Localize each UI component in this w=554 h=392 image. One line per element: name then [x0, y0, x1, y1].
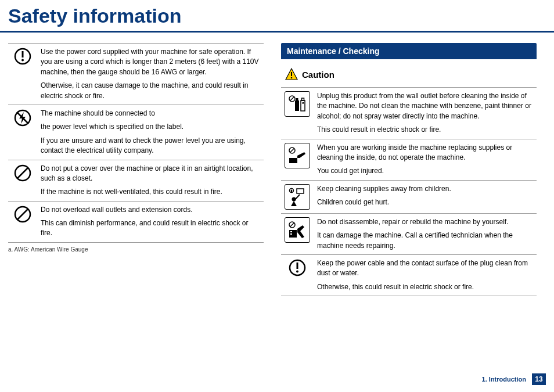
safety-text: the power level which is specified on th… — [41, 122, 260, 132]
table-row: Do not put a cover over the machine or p… — [8, 160, 264, 201]
svg-rect-21 — [289, 158, 297, 163]
svg-line-8 — [17, 209, 28, 220]
footnote: a. AWG: American Wire Gauge — [8, 246, 264, 253]
left-column: Use the power cord supplied with your ma… — [8, 43, 264, 296]
safety-text: Do not disassemble, repair or rebuild th… — [317, 217, 533, 227]
safety-text: When you are working inside the machine … — [317, 143, 533, 163]
safety-text: This could result in electric shock or f… — [317, 125, 533, 135]
no-icon — [12, 205, 34, 224]
left-safety-table: Use the power cord supplied with your ma… — [8, 43, 264, 243]
child-icon — [285, 184, 310, 210]
table-row: Keep the power cable and the contact sur… — [281, 254, 537, 296]
chapter-label: 1. Introduction — [482, 376, 526, 383]
svg-line-20 — [290, 148, 294, 152]
safety-text: It can damage the machine. Call a certif… — [317, 231, 533, 251]
svg-line-6 — [17, 168, 28, 178]
svg-point-2 — [21, 59, 24, 62]
svg-point-24 — [291, 191, 292, 192]
page-number: 13 — [532, 373, 546, 385]
bolt-no-icon — [12, 109, 34, 127]
svg-line-12 — [290, 97, 294, 101]
svg-point-34 — [296, 270, 298, 272]
caution-heading: Caution — [285, 67, 537, 81]
right-safety-table: Unplug this product from the wall outlet… — [281, 87, 537, 296]
table-row: The machine should be connected to the p… — [8, 105, 264, 160]
caution-label: Caution — [302, 70, 334, 80]
exclaim-circle-icon — [285, 258, 310, 277]
svg-point-10 — [291, 77, 293, 79]
svg-rect-31 — [290, 233, 292, 235]
svg-rect-13 — [295, 100, 299, 111]
safety-text: Do not put a cover over the machine or p… — [41, 164, 260, 184]
page-footer: 1. Introduction 13 — [482, 373, 546, 385]
safety-text: Otherwise, it can cause damage to the ma… — [41, 81, 260, 101]
table-row: Use the power cord supplied with your ma… — [8, 44, 264, 105]
bottles-icon — [285, 91, 310, 117]
safety-text: Do not overload wall outlets and extensi… — [41, 205, 260, 215]
hand-no-icon — [285, 143, 310, 168]
table-row: Do not disassemble, repair or rebuild th… — [281, 213, 537, 254]
no-icon — [12, 164, 34, 182]
safety-text: This can diminish performance, and could… — [41, 218, 260, 239]
svg-rect-1 — [22, 51, 24, 57]
svg-rect-16 — [302, 98, 304, 100]
svg-rect-9 — [291, 72, 292, 76]
exclaim-circle-icon — [12, 47, 34, 66]
table-row: Keep cleaning supplies away from childre… — [281, 180, 537, 213]
safety-text: You could get injured. — [317, 166, 533, 176]
safety-text: Unplug this product from the wall outlet… — [317, 91, 533, 121]
page-title: Safety information — [0, 0, 554, 33]
svg-rect-15 — [301, 100, 305, 111]
warning-triangle-icon — [285, 67, 298, 81]
safety-text: If you are unsure and want to check the … — [41, 136, 260, 156]
svg-rect-30 — [290, 231, 292, 232]
section-header: Maintenance / Checking — [281, 43, 537, 59]
safety-text: Keep the power cable and the contact sur… — [317, 258, 533, 279]
table-row: Do not overload wall outlets and extensi… — [8, 201, 264, 242]
svg-rect-14 — [296, 98, 298, 100]
right-column: Maintenance / Checking Caution — [281, 43, 537, 296]
safety-text: Otherwise, this could result in electric… — [317, 282, 533, 292]
svg-rect-33 — [297, 262, 298, 269]
table-row: When you are working inside the machine … — [281, 139, 537, 180]
svg-rect-29 — [289, 230, 297, 238]
tool-no-icon — [285, 217, 310, 243]
safety-text: Use the power cord supplied with your ma… — [41, 47, 260, 77]
svg-line-28 — [290, 222, 294, 226]
safety-text: Keep cleaning supplies away from childre… — [317, 184, 533, 194]
safety-text: Children could get hurt. — [317, 197, 533, 207]
safety-text: If the machine is not well-ventilated, t… — [41, 187, 260, 197]
svg-rect-25 — [297, 189, 304, 193]
safety-text: The machine should be connected to — [41, 109, 260, 118]
table-row: Unplug this product from the wall outlet… — [281, 88, 537, 139]
